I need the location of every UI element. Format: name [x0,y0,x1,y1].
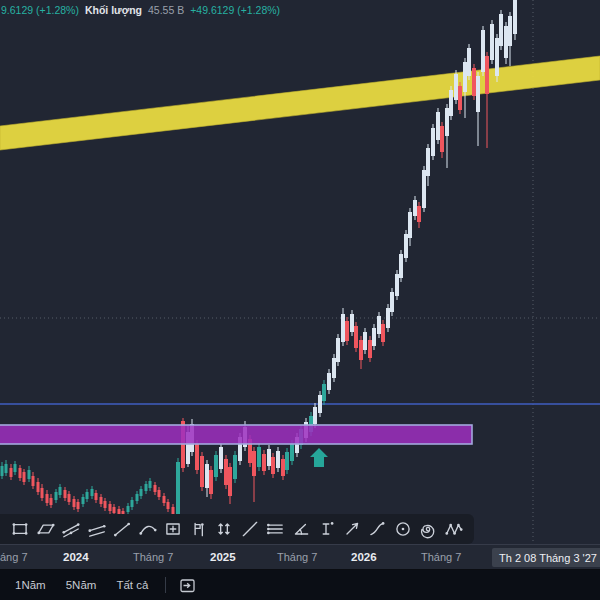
divider [165,577,166,593]
tool-date-price-range-icon[interactable] [163,519,183,539]
yellow-trend-band-drawing[interactable] [0,56,600,150]
tool-text-icon[interactable] [316,519,336,539]
time-axis[interactable]: áng 72024Tháng 72025Tháng 72026Tháng 7án… [0,544,600,570]
tool-xabcd-pattern-icon[interactable] [444,519,464,539]
tool-trend-line-icon[interactable] [112,519,132,539]
chart-legend: 9.6129 (+1.28%) Khối lượng 45.55 B +49.6… [1,4,280,16]
price-chart-canvas[interactable] [0,0,600,546]
legend-volume-value: 45.55 B [148,4,184,16]
crosshair-date-label: Th 2 08 Tháng 3 '27 [492,548,600,567]
purple-supply-zone-rectangle[interactable] [0,425,472,444]
axis-month-label: Tháng 7 [277,551,317,563]
axis-year-label: 2024 [63,551,89,563]
axis-month-label: áng 7 [0,551,28,563]
tool-line-icon[interactable] [240,519,260,539]
tool-circle-icon[interactable] [393,519,413,539]
tool-rectangle-icon[interactable] [10,519,30,539]
tool-price-range-icon[interactable] [214,519,234,539]
legend-volume-label[interactable]: Khối lượng [85,4,142,16]
buy-arrow-marker[interactable] [310,448,328,467]
axis-year-label: 2026 [351,551,377,563]
range-button-1[interactable]: 1Năm [8,576,53,595]
tool-arrow-marker-icon[interactable] [342,519,362,539]
go-to-date-calendar-icon [178,576,197,595]
tool-spiral-icon[interactable] [418,519,438,539]
tool-disjoint-channel-icon[interactable] [87,519,107,539]
tradingview-chart-window: 9.6129 (+1.28%) Khối lượng 45.55 B +49.6… [0,0,600,600]
tool-flag-marker-icon[interactable] [189,519,209,539]
legend-change-partial: 9.6129 (+1.28%) [1,4,79,16]
legend-volume-change: +49.6129 (+1.28%) [190,4,280,16]
range-button-3[interactable]: Tất cả [109,576,155,595]
tool-parallelogram-icon[interactable] [36,519,56,539]
drawing-toolbar [0,514,474,544]
tool-parallel-lines-icon[interactable] [265,519,285,539]
bottom-toolbar: 1Năm5NămTất cả [0,570,600,600]
tool-angle-line-icon[interactable] [291,519,311,539]
axis-month-label: Tháng 7 [133,551,173,563]
go-to-date-button[interactable] [176,574,199,597]
tool-parallel-channel-icon[interactable] [61,519,81,539]
axis-year-label: 2025 [210,551,236,563]
range-button-2[interactable]: 5Năm [59,576,104,595]
axis-month-label: Tháng 7 [421,551,461,563]
tool-brush-icon[interactable] [367,519,387,539]
tool-curve-icon[interactable] [138,519,158,539]
